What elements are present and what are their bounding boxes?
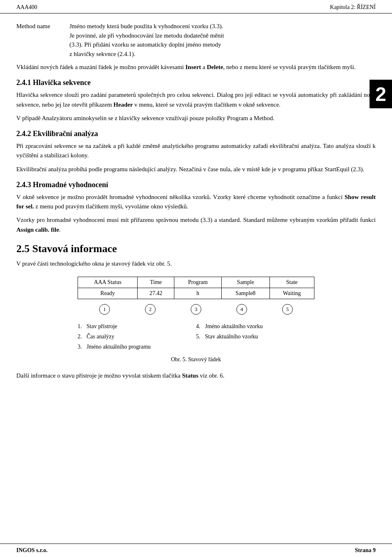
- legend-col-left: 1. Stav přístroje 2. Čas analýzy 3. Jmén…: [78, 321, 196, 352]
- page-footer: INGOS s.r.o. Strana 9: [0, 544, 392, 557]
- numbered-circles-row: 1 2 3 4 5: [78, 304, 314, 315]
- section-242-heading: 2.4.2 Ekvilibrační analýza: [16, 130, 376, 138]
- circle-3: 3: [191, 304, 201, 315]
- definition-term: Method name: [16, 22, 69, 58]
- col-state: State: [270, 277, 314, 288]
- status-table: AAA Status Time Program Sample State Rea…: [78, 277, 314, 299]
- figure-legend: 1. Stav přístroje 2. Čas analýzy 3. Jmén…: [78, 321, 314, 352]
- section-25-heading: 2.5 Stavová informace: [16, 243, 376, 255]
- val-program: h: [174, 288, 222, 299]
- def-line-1: Jméno metody která bude použita k vyhodn…: [69, 23, 223, 29]
- section-241-heading: 2.4.1 Hlavička sekvence: [16, 78, 376, 87]
- footer-right: Strana 9: [355, 547, 376, 554]
- section-243-heading: 2.4.3 Hromadné vyhodnocení: [16, 181, 376, 189]
- legend-list-left: 1. Stav přístroje 2. Čas analýzy 3. Jmén…: [78, 321, 196, 352]
- legend-item-2: 2. Čas analýzy: [78, 331, 196, 342]
- section-242-para2: Ekvilibrační analýza probíhá podle progr…: [16, 165, 376, 174]
- header-right: Kapitola 2: ŘÍZENÍ: [330, 4, 376, 11]
- section-243-para2: Vzorky pro hromadné vyhodnocení musí mít…: [16, 215, 376, 235]
- legend-item-3: 3. Jméno aktuálního programu: [78, 342, 196, 352]
- circle-2: 2: [145, 304, 156, 315]
- legend-list-right: 4. Jméno aktuálního vzorku 5. Stav aktuá…: [196, 321, 314, 342]
- legend-item-4: 4. Jméno aktuálního vzorku: [196, 321, 314, 331]
- col-time: Time: [138, 277, 174, 288]
- section-243-para1: V okně sekvence je možno provádět hromad…: [16, 192, 376, 212]
- legend-col-right: 4. Jméno aktuálního vzorku 5. Stav aktuá…: [196, 321, 314, 352]
- val-sample: Sample8: [222, 288, 270, 299]
- col-program: Program: [174, 277, 222, 288]
- section-241-para2: V případě Analzyátoru aminokyselin se z …: [16, 114, 376, 123]
- footer-left: INGOS s.r.o.: [16, 547, 48, 554]
- val-time: 27.42: [138, 288, 174, 299]
- val-state: Waiting: [270, 288, 314, 299]
- chapter-badge: 2: [370, 80, 392, 108]
- circle-5: 5: [282, 304, 293, 315]
- insert-delete-para: Vkládání nových řádek a mazání řádek je …: [16, 63, 376, 72]
- definition-desc: Jméno metody která bude použita k vyhodn…: [69, 22, 376, 58]
- page-content: Method name Jméno metody která bude použ…: [0, 13, 392, 409]
- legend-item-5: 5. Stav aktuálního vzorku: [196, 331, 314, 342]
- col-sample: Sample: [222, 277, 270, 288]
- col-aaa-status: AAA Status: [78, 277, 138, 288]
- definition-block: Method name Jméno metody která bude použ…: [16, 22, 376, 58]
- section-25-para1: V pravé části technologického okna je st…: [16, 259, 376, 268]
- figure-caption: Obr. 5. Stavový řádek: [78, 356, 314, 363]
- legend-item-1: 1. Stav přístroje: [78, 321, 196, 331]
- val-ready: Ready: [78, 288, 138, 299]
- header-left: AAA400: [16, 4, 37, 11]
- bottom-text: Další informace o stavu přístroje je mož…: [16, 371, 376, 380]
- page-header: AAA400 Kapitola 2: ŘÍZENÍ: [0, 0, 392, 13]
- def-line-2: Je povinné, ale při vyhodnocování lze me…: [69, 32, 224, 39]
- circle-4: 4: [236, 304, 247, 315]
- section-241-para1: Hlavička sekvence slouží pro zadání para…: [16, 90, 376, 110]
- def-line-3: (3.3). Při přidání vzorku se automaticky…: [69, 41, 221, 48]
- section-242-para1: Při zpracování sekvence se na začátek a …: [16, 141, 376, 161]
- circle-1: 1: [99, 304, 110, 315]
- def-line-4: z hlavičky sekvnce (2.4.1).: [69, 51, 136, 57]
- status-figure: AAA Status Time Program Sample State Rea…: [78, 277, 314, 363]
